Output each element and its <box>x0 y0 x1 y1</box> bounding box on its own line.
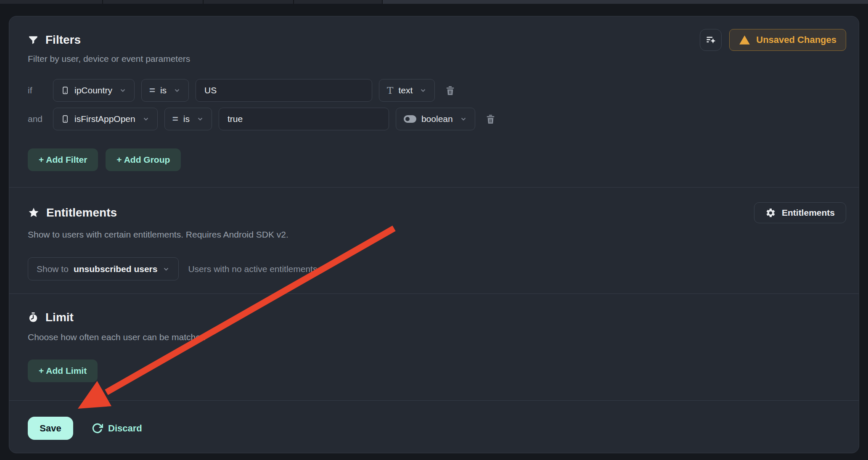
equals-icon: = <box>149 85 155 95</box>
device-phone-icon <box>61 86 69 95</box>
text-type-icon: T <box>387 86 393 95</box>
add-group-button[interactable]: + Add Group <box>106 148 181 171</box>
filter-sparkle-icon <box>705 34 716 45</box>
tab-segment-active[interactable] <box>383 0 868 4</box>
show-to-hint: Users with no active entitlements <box>188 264 317 274</box>
filters-actions-row: + Add Filter + Add Group <box>28 148 846 171</box>
filter-row: if ipCountry = is T text <box>28 79 846 102</box>
stopwatch-icon <box>28 312 39 323</box>
filter-value-input[interactable] <box>196 79 372 102</box>
section-divider <box>9 293 859 294</box>
filter-value-input[interactable] <box>219 108 389 130</box>
chevron-down-icon <box>419 87 427 94</box>
field-dropdown[interactable]: ipCountry <box>53 79 135 102</box>
entitlements-header-row: Entitlements Entitlements <box>28 202 846 223</box>
type-value: text <box>398 85 413 95</box>
operator-value: is <box>160 85 167 95</box>
discard-label: Discard <box>108 423 142 434</box>
show-to-select[interactable]: Show to unsubscribed users <box>28 257 179 280</box>
filters-title-wrap: Filters <box>28 33 81 47</box>
entitlements-subtitle: Show to users with certain entitlements.… <box>28 228 846 241</box>
field-value: ipCountry <box>74 85 112 95</box>
device-phone-icon <box>61 114 69 124</box>
star-icon <box>28 207 40 219</box>
conjunction-label: and <box>28 114 46 124</box>
field-value: isFirstAppOpen <box>74 114 135 124</box>
tab-segment[interactable] <box>204 0 294 4</box>
limit-title: Limit <box>45 311 74 324</box>
show-to-label: Show to <box>37 264 69 274</box>
delete-filter-button[interactable] <box>445 85 455 96</box>
limit-actions-row: + Add Limit <box>28 360 846 382</box>
tab-segment[interactable] <box>103 0 204 4</box>
operator-dropdown[interactable]: = is <box>164 108 212 130</box>
show-to-row: Show to unsubscribed users Users with no… <box>28 257 846 280</box>
boolean-toggle-icon <box>404 115 416 123</box>
delete-filter-button[interactable] <box>485 114 496 124</box>
section-divider <box>9 187 859 188</box>
filters-subtitle: Filter by user, device or event paramete… <box>28 53 846 65</box>
filter-funnel-icon <box>28 34 39 45</box>
filters-header-row: Filters Unsaved Changes <box>28 29 846 51</box>
entitlements-settings-button[interactable]: Entitlements <box>754 202 846 223</box>
footer-actions-row: Save Discard <box>28 417 846 440</box>
filters-header-actions: Unsaved Changes <box>700 29 846 51</box>
chevron-down-icon <box>460 115 467 123</box>
equals-icon: = <box>172 114 178 124</box>
chevron-down-icon <box>142 115 150 123</box>
warning-icon <box>739 34 750 46</box>
type-dropdown[interactable]: T text <box>379 79 435 102</box>
unsaved-changes-badge[interactable]: Unsaved Changes <box>729 29 846 51</box>
filter-row: and isFirstAppOpen = is boolean <box>28 108 846 130</box>
entitlements-title: Entitlements <box>46 206 117 219</box>
conjunction-label: if <box>28 85 46 95</box>
show-to-value: unsubscribed users <box>74 264 158 274</box>
refresh-icon <box>92 423 103 434</box>
type-value: boolean <box>421 114 453 124</box>
limit-subtitle: Choose how often each user can be matche… <box>28 331 846 343</box>
tab-segment[interactable] <box>0 0 103 4</box>
save-button[interactable]: Save <box>28 417 73 440</box>
browser-tab-strip <box>0 0 868 4</box>
section-divider <box>9 400 859 401</box>
tab-segment[interactable] <box>294 0 383 4</box>
limit-title-wrap: Limit <box>28 311 74 324</box>
filter-ai-options-button[interactable] <box>700 29 722 51</box>
operator-dropdown[interactable]: = is <box>141 79 189 102</box>
campaign-settings-panel: Filters Unsaved Changes <box>9 16 859 453</box>
chevron-down-icon <box>196 115 204 123</box>
chevron-down-icon <box>119 87 127 94</box>
limit-header-row: Limit <box>28 310 846 325</box>
filters-title: Filters <box>45 33 81 47</box>
add-filter-button[interactable]: + Add Filter <box>28 148 98 171</box>
field-dropdown[interactable]: isFirstAppOpen <box>53 108 158 130</box>
entitlements-title-wrap: Entitlements <box>28 206 117 219</box>
discard-button[interactable]: Discard <box>92 423 142 434</box>
gear-icon <box>765 208 776 218</box>
type-dropdown[interactable]: boolean <box>396 108 475 130</box>
operator-value: is <box>183 114 190 124</box>
chevron-down-icon <box>162 265 170 273</box>
add-limit-button[interactable]: + Add Limit <box>28 360 98 382</box>
entitlements-button-label: Entitlements <box>782 208 835 218</box>
unsaved-changes-label: Unsaved Changes <box>756 34 836 45</box>
chevron-down-icon <box>173 87 181 94</box>
